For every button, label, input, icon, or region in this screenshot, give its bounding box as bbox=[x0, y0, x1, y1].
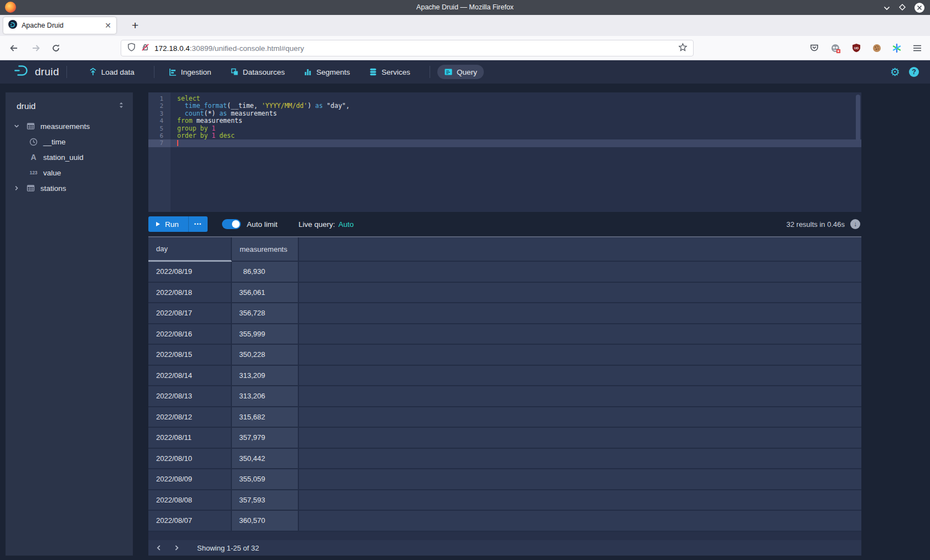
sidebar-item-value[interactable]: 123value bbox=[6, 165, 133, 180]
cell-filler bbox=[299, 283, 861, 304]
cell-measurements[interactable]: 356,061 bbox=[232, 283, 299, 304]
druid-brand-label: druid bbox=[35, 66, 59, 78]
new-tab-button[interactable]: + bbox=[132, 19, 138, 32]
back-icon[interactable] bbox=[9, 43, 19, 55]
window-minimize-icon[interactable] bbox=[884, 3, 890, 13]
editor-scrollbar[interactable] bbox=[856, 95, 860, 141]
mask-extension-icon[interactable] bbox=[830, 43, 841, 56]
druid-logo-icon bbox=[13, 64, 31, 80]
cell-measurements[interactable]: 350,228 bbox=[232, 345, 299, 366]
tab-title: Apache Druid bbox=[22, 22, 105, 29]
cell-filler bbox=[299, 366, 861, 387]
cell-measurements[interactable]: 86,930 bbox=[232, 262, 299, 283]
cell-measurements[interactable]: 355,059 bbox=[232, 469, 299, 490]
druid-brand[interactable]: druid bbox=[13, 64, 59, 80]
nav-item-label: Ingestion bbox=[181, 68, 211, 76]
cell-day[interactable]: 2022/08/12 bbox=[148, 407, 232, 428]
table-row: 2022/08/08357,593 bbox=[148, 490, 861, 511]
schema-tree: measurements__timeAstation_uuid123values… bbox=[6, 118, 133, 196]
line-number: 2 bbox=[148, 102, 170, 110]
sidebar-item---time[interactable]: __time bbox=[6, 134, 133, 149]
sidebar-item-stations[interactable]: stations bbox=[6, 180, 133, 196]
url-bar[interactable]: 172.18.0.4:30899/unified-console.html#qu… bbox=[121, 40, 694, 56]
ublock-icon[interactable]: UO bbox=[851, 43, 861, 55]
settings-gear-icon[interactable]: ⚙ bbox=[890, 66, 900, 77]
number-icon: 123 bbox=[28, 170, 39, 175]
menu-hamburger-icon[interactable] bbox=[912, 43, 922, 55]
cell-day[interactable]: 2022/08/10 bbox=[148, 449, 232, 470]
cell-day[interactable]: 2022/08/13 bbox=[148, 386, 232, 407]
cell-measurements[interactable]: 357,593 bbox=[232, 490, 299, 511]
auto-limit-toggle[interactable] bbox=[222, 219, 241, 229]
cell-day[interactable]: 2022/08/11 bbox=[148, 428, 232, 449]
asterisk-extension-icon[interactable] bbox=[892, 43, 902, 55]
cell-measurements[interactable]: 356,728 bbox=[232, 303, 299, 324]
nav-item-label: Segments bbox=[316, 68, 350, 76]
results-table: day measurements 2022/08/1986,9302022/08… bbox=[148, 237, 861, 540]
url-host: 172.18.0.4 bbox=[154, 44, 190, 53]
nav-separator bbox=[430, 66, 430, 78]
download-icon[interactable]: ↓ bbox=[850, 219, 860, 229]
cell-measurements[interactable]: 355,999 bbox=[232, 324, 299, 345]
nav-item-datasources[interactable]: Datasources bbox=[224, 65, 292, 79]
cell-measurements[interactable]: 315,682 bbox=[232, 407, 299, 428]
sidebar-item-station-uuid[interactable]: Astation_uuid bbox=[6, 149, 133, 165]
sidebar-item-label: stations bbox=[40, 184, 66, 193]
schema-selector[interactable]: druid bbox=[17, 101, 117, 111]
forward-icon[interactable] bbox=[31, 43, 41, 55]
cell-filler bbox=[299, 386, 861, 407]
insecure-lock-icon[interactable] bbox=[141, 43, 150, 54]
expander-chevron-right-icon[interactable] bbox=[13, 185, 25, 191]
cell-measurements[interactable]: 357,979 bbox=[232, 428, 299, 449]
window-close-icon[interactable] bbox=[914, 3, 924, 13]
nav-item-ingestion[interactable]: Ingestion bbox=[162, 65, 218, 79]
cell-day[interactable]: 2022/08/16 bbox=[148, 324, 232, 345]
sql-editor[interactable]: 1select2 time_format(__time, 'YYYY/MM/dd… bbox=[148, 92, 861, 212]
live-query-value[interactable]: Auto bbox=[338, 220, 354, 229]
cookie-extension-icon[interactable] bbox=[872, 43, 882, 55]
cell-day[interactable]: 2022/08/07 bbox=[148, 511, 232, 532]
cell-measurements[interactable]: 360,570 bbox=[232, 511, 299, 532]
run-button[interactable]: Run bbox=[148, 216, 188, 232]
line-number: 4 bbox=[148, 117, 170, 125]
cell-day[interactable]: 2022/08/15 bbox=[148, 345, 232, 366]
cell-day[interactable]: 2022/08/09 bbox=[148, 469, 232, 490]
shield-icon[interactable] bbox=[127, 43, 136, 54]
nav-item-load-data[interactable]: Load data bbox=[82, 65, 141, 79]
datasources-icon bbox=[230, 68, 239, 76]
line-number: 6 bbox=[148, 132, 170, 139]
cell-filler bbox=[299, 262, 861, 283]
table-row: 2022/08/14313,209 bbox=[148, 366, 861, 387]
nav-item-query[interactable]: Query bbox=[437, 65, 484, 79]
column-header-measurements[interactable]: measurements bbox=[232, 237, 299, 262]
cell-day[interactable]: 2022/08/19 bbox=[148, 262, 232, 283]
nav-item-segments[interactable]: Segments bbox=[297, 65, 356, 79]
next-page-icon[interactable] bbox=[169, 541, 184, 555]
cell-measurements[interactable]: 313,206 bbox=[232, 386, 299, 407]
cell-day[interactable]: 2022/08/08 bbox=[148, 490, 232, 511]
tab-close-icon[interactable]: ✕ bbox=[105, 22, 111, 29]
cell-day[interactable]: 2022/08/18 bbox=[148, 283, 232, 304]
column-header-day[interactable]: day bbox=[148, 237, 232, 262]
sort-swap-icon[interactable] bbox=[117, 101, 125, 112]
run-more-button[interactable]: ••• bbox=[188, 216, 208, 232]
cell-day[interactable]: 2022/08/17 bbox=[148, 303, 232, 324]
browser-toolbar: 172.18.0.4:30899/unified-console.html#qu… bbox=[0, 36, 930, 60]
browser-tab[interactable]: Apache Druid ✕ bbox=[3, 17, 116, 34]
tab-favicon bbox=[8, 20, 17, 31]
table-icon bbox=[25, 184, 36, 193]
bookmark-star-icon[interactable] bbox=[678, 43, 688, 54]
pocket-icon[interactable] bbox=[809, 43, 819, 55]
expander-chevron-down-icon[interactable] bbox=[13, 123, 25, 129]
run-button-label: Run bbox=[165, 220, 179, 229]
nav-item-services[interactable]: Services bbox=[362, 65, 417, 79]
prev-page-icon[interactable] bbox=[152, 541, 166, 555]
window-maximize-icon[interactable] bbox=[899, 3, 906, 13]
cell-measurements[interactable]: 313,209 bbox=[232, 366, 299, 387]
cell-measurements[interactable]: 350,442 bbox=[232, 449, 299, 470]
cell-filler bbox=[299, 303, 861, 324]
sidebar-item-measurements[interactable]: measurements bbox=[6, 118, 133, 134]
cell-day[interactable]: 2022/08/14 bbox=[148, 366, 232, 387]
help-icon[interactable]: ? bbox=[909, 67, 919, 77]
reload-icon[interactable] bbox=[51, 43, 61, 55]
